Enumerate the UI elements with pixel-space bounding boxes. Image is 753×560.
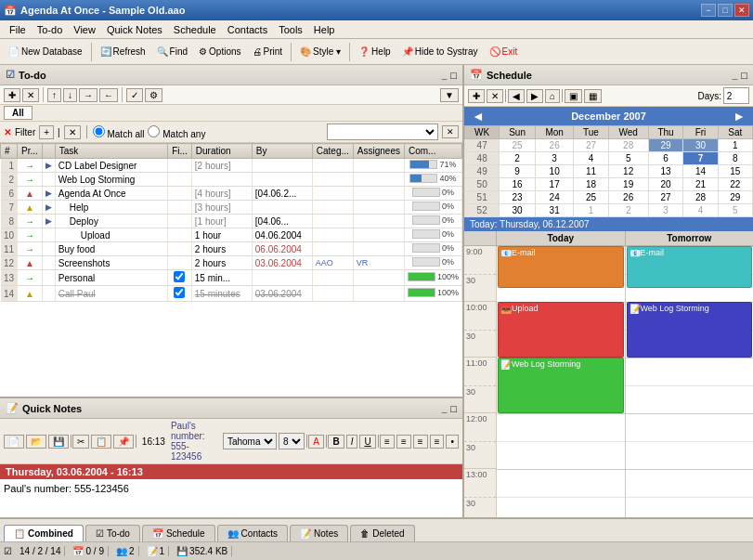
notes-paste-button[interactable]: 📌 [113,435,134,449]
event-web-log-storming[interactable]: 📝 Web Log Storming [627,302,753,358]
table-row[interactable]: 7▲▶Help[3 hours]0% [1,201,462,215]
calendar-day[interactable]: 28 [608,139,648,152]
notes-font-select[interactable]: Tahoma [223,433,277,449]
notes-align-right-button[interactable]: ≡ [413,435,428,449]
calendar-day[interactable]: 8 [718,152,752,165]
menu-todo[interactable]: To-do [32,22,69,37]
days-input[interactable] [723,87,749,104]
calendar-day[interactable]: 3 [535,152,573,165]
print-button[interactable]: 🖨 Print [248,44,288,59]
filter-remove-button[interactable]: ✕ [4,127,11,137]
sched-view1-button[interactable]: ▣ [565,89,582,103]
find-button[interactable]: 🔍 Find [152,44,192,59]
calendar-day[interactable]: 5 [718,204,752,217]
close-button[interactable]: ✕ [734,4,749,17]
filter-x-button[interactable]: ✕ [442,125,459,138]
filter-add-button[interactable]: + [39,125,54,139]
day-view-body[interactable]: 9:003010:003011:003012:003013:003014:003… [464,246,753,517]
tab-contacts[interactable]: 👥 Contacts [217,525,288,541]
todo-delete-button[interactable]: ✕ [22,88,39,102]
tab-schedule[interactable]: 📅 Schedule [142,525,215,541]
calendar-day[interactable]: 1 [574,204,608,217]
calendar-day[interactable]: 1 [718,139,752,152]
help-button[interactable]: ❓ Help [354,44,396,59]
calendar-day[interactable]: 4 [574,152,608,165]
calendar-day[interactable]: 15 [718,165,752,178]
todo-check-button[interactable]: ✓ [126,88,143,102]
schedule-panel-minimize[interactable]: _ [733,70,738,80]
match-all-radio[interactable] [93,125,105,137]
notes-align-center-button[interactable]: ≡ [396,435,411,449]
col-task[interactable]: Task [55,144,167,159]
menu-view[interactable]: View [68,22,101,37]
col-num[interactable]: # [1,144,18,159]
calendar-day[interactable]: 30 [683,139,718,152]
notes-italic-button[interactable]: I [346,435,358,449]
todo-all-tab[interactable]: All [4,106,32,120]
sched-delete-button[interactable]: ✕ [487,89,503,103]
filter-dropdown[interactable] [327,124,438,140]
maximize-button[interactable]: □ [718,4,733,17]
todo-indent-button[interactable]: → [79,88,97,102]
calendar-day[interactable]: 30 [500,204,536,217]
calendar-day[interactable]: 2 [500,152,536,165]
calendar-day[interactable]: 25 [500,139,536,152]
notes-panel-minimize[interactable]: _ [442,403,448,413]
calendar-day[interactable]: 6 [648,152,683,165]
calendar-day[interactable]: 26 [608,191,648,204]
col-by[interactable]: By [252,144,312,159]
calendar-day[interactable]: 24 [535,191,573,204]
calendar-day[interactable]: 7 [683,152,718,165]
calendar-day[interactable]: 25 [574,191,608,204]
sched-today-button[interactable]: ⌂ [545,89,560,103]
event-e-mail[interactable]: 📧 E-mail [627,246,753,288]
menu-file[interactable]: File [4,22,32,37]
notes-bullet-button[interactable]: • [446,435,459,449]
calendar-day[interactable]: 28 [683,191,718,204]
calendar-day[interactable]: 9 [500,165,536,178]
calendar-day[interactable]: 10 [535,165,573,178]
calendar-day[interactable]: 22 [718,178,752,191]
calendar-day[interactable]: 4 [683,204,718,217]
exit-button[interactable]: 🚫 Exit [485,44,523,59]
table-row[interactable]: 13→Personal15 min...100% [1,270,462,286]
todo-new-button[interactable]: ✚ [4,88,20,102]
menu-quicknotes[interactable]: Quick Notes [101,22,168,37]
tab-deleted[interactable]: 🗑 Deleted [350,525,414,541]
table-row[interactable]: 11→Buy food2 hours06.06.20040% [1,242,462,256]
options-button[interactable]: ⚙ Options [194,44,245,59]
notes-color-button[interactable]: A [308,435,324,449]
notes-copy-button[interactable]: 📋 [91,435,111,449]
notes-justify-button[interactable]: ≡ [430,435,445,449]
menu-tools[interactable]: Tools [273,22,308,37]
notes-content-area[interactable]: Thursday, 03.06.2004 - 16:13 Paul's numb… [0,464,462,517]
todo-panel-maximize[interactable]: □ [450,70,457,81]
sched-next-button[interactable]: ▶ [526,89,543,103]
menu-schedule[interactable]: Schedule [168,22,222,37]
notes-font-size[interactable]: 8 [279,433,305,449]
calendar-day[interactable]: 26 [535,139,573,152]
calendar-day[interactable]: 27 [648,191,683,204]
tab-notes[interactable]: 📝 Notes [290,525,348,541]
notes-underline-button[interactable]: U [359,435,375,449]
col-priority[interactable]: Pr... [18,144,43,159]
col-complete[interactable]: Com... [404,144,461,159]
col-finish[interactable]: Fi... [168,144,192,159]
calendar-day[interactable]: 14 [683,165,718,178]
menu-help[interactable]: Help [308,22,341,37]
notes-new-button[interactable]: 📄 [4,435,24,449]
tab-todo[interactable]: ☑ To-do [85,525,140,541]
sched-prev-button[interactable]: ◀ [508,89,525,103]
tab-combined[interactable]: 📋 Combined [4,525,84,541]
event-upload[interactable]: 📤 Upload [498,302,624,358]
calendar-day[interactable]: 3 [648,204,683,217]
calendar-day[interactable]: 27 [574,139,608,152]
hide-to-systray-button[interactable]: 📌 Hide to Systray [397,44,483,59]
todo-table-container[interactable]: # Pr... Task Fi... Duration By Categ... … [0,143,462,397]
table-row[interactable]: 1→▶CD Label Designer[2 hours]71% [1,159,462,173]
match-any-radio[interactable] [148,125,160,137]
calendar-day[interactable]: 12 [608,165,648,178]
schedule-panel-maximize[interactable]: □ [741,70,747,81]
sched-view2-button[interactable]: ▦ [584,89,602,103]
menu-contacts[interactable]: Contacts [222,22,273,37]
